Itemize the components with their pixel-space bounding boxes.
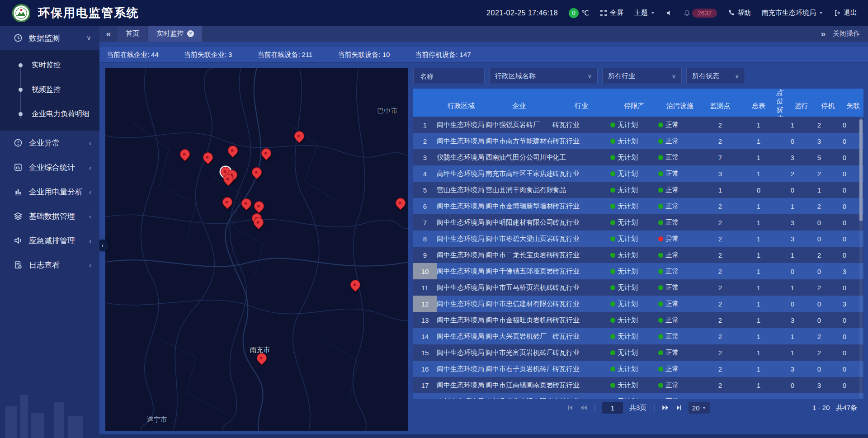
top-bar: 环保用电监管系统 2021-02-25 17:46:18 0 ℃ 全屏 主题 ▼… [0, 0, 868, 26]
page-size-select[interactable]: 20 ▼ [689, 402, 710, 414]
pagination-bar: | 1 共3页 | 20 ▼ 1 - 20 共47条 [413, 399, 863, 417]
cell-lost: 0 [832, 279, 857, 296]
map-city-label: 遂宁市 [147, 415, 167, 424]
cell-index: 2 [413, 133, 437, 149]
region-select[interactable]: 行政区域名称 ∨ [489, 68, 598, 84]
industry-select[interactable]: 所有行业 ∨ [602, 68, 682, 84]
status-select[interactable]: 所有状态 ∨ [686, 68, 745, 84]
cell-points: 2 [702, 263, 739, 279]
tab-label: 首页 [126, 29, 139, 38]
logout-button[interactable]: 退出 [834, 9, 857, 17]
sidebar-item-label: 企业用电量分析 [29, 187, 89, 197]
table-row[interactable]: 12阆中生态环境局阆中市忠信建材有限公砖瓦行业无计划正常21003 [413, 296, 863, 312]
table-row[interactable]: 1阆中生态环境局阆中强锐页岩砖厂砖瓦行业无计划正常21120 [413, 117, 863, 133]
app-logo-icon [12, 4, 31, 23]
table-row[interactable]: 3仪陇生态环境局西南油气田分公司川中化工无计划正常71350 [413, 149, 863, 165]
tabs-scroll-right-icon[interactable]: » [821, 29, 826, 39]
cell-halt: 0 [807, 231, 832, 247]
stat-label: 当前失联设备: [338, 51, 380, 58]
status-dot-icon [610, 122, 615, 127]
sidebar-subitem-label: 视频监控 [32, 85, 61, 94]
cell-region: 阆中生态环境局 [437, 296, 486, 312]
sidebar-item-1[interactable]: 企业异常‹ [0, 131, 99, 155]
table-row[interactable]: 6阆中生态环境局阆中市金博瑞新型墙材砖瓦行业无计划正常21120 [413, 198, 863, 214]
col-run: 运行 [788, 102, 816, 110]
tab-1[interactable]: 实时监控✕ [148, 26, 202, 42]
cell-run: 1 [778, 247, 807, 263]
cell-facility-status: 正常 [658, 393, 702, 399]
cell-index: 9 [413, 247, 437, 263]
sound-toggle[interactable] [666, 9, 673, 16]
tabs-scroll-left-icon[interactable]: « [99, 26, 118, 42]
close-operations-button[interactable]: 关闭操作 [833, 29, 860, 38]
clock-datetime: 2021-02-25 17:46:18 [486, 9, 558, 17]
table-row[interactable]: 11阆中生态环境局阆中市五马桥页岩机砖砖瓦行业无计划正常21120 [413, 279, 863, 296]
table-row[interactable]: 9阆中生态环境局阆中市二龙长宝页岩砖砖瓦行业无计划正常21120 [413, 247, 863, 263]
sidebar-subitem[interactable]: 企业电力负荷明细 [0, 102, 99, 126]
tab-0[interactable]: 首页 [118, 26, 147, 42]
cell-region: 阆中生态环境局 [437, 133, 486, 149]
cell-region: 阆中生态环境局 [437, 344, 486, 361]
table-row[interactable]: 5营山生态环境局营山县润丰肉食品有限食品无计划正常10010 [413, 182, 863, 198]
stat-item: 当前在线企业:44 [107, 51, 159, 59]
sidebar-item-4[interactable]: 基础数据管理‹ [0, 204, 99, 228]
table-row[interactable]: 8阆中生态环境局阆中市枣碧大梁山页岩砖瓦行业无计划异常21300 [413, 231, 863, 247]
chevron-left-icon: ‹ [89, 261, 91, 269]
table-row[interactable]: 13阆中生态环境局阆中市金福旺页岩机砖砖瓦行业无计划正常21300 [413, 312, 863, 328]
tab-bar: « 首页实时监控✕ » 关闭操作 [99, 26, 868, 42]
tab-close-icon[interactable]: ✕ [187, 30, 194, 37]
notification-area[interactable]: 2632 [684, 9, 717, 18]
cell-index: 1 [413, 117, 437, 133]
cell-industry: 砖瓦行业 [552, 247, 610, 263]
sidebar-item-3[interactable]: 企业用电量分析‹ [0, 179, 99, 204]
first-page-button[interactable] [567, 405, 574, 411]
sidebar-subitem[interactable]: 实时监控 [0, 53, 99, 77]
help-button[interactable]: 帮助 [728, 9, 751, 17]
bullet-dot-icon [19, 63, 23, 67]
table-row[interactable]: 2阆中生态环境局阆中市南方节能建材有砖瓦行业无计划正常21030 [413, 133, 863, 149]
previous-page-button[interactable] [580, 405, 588, 411]
page-number-input[interactable]: 1 [602, 402, 623, 414]
table-row[interactable]: 7阆中生态环境局阆中明阳建材有限公司砖瓦行业无计划正常21300 [413, 214, 863, 231]
cell-company: 南充市高坪区王家店建 [486, 165, 552, 182]
name-search-input[interactable] [419, 72, 479, 80]
cell-run: 0 [778, 133, 807, 149]
sidebar-submenu: 实时监控视频监控企业电力负荷明细 [0, 50, 99, 131]
sidebar-item-label: 数据监测 [29, 33, 86, 43]
stat-label: 当前失联企业: [184, 51, 226, 58]
cell-facility-status: 正常 [658, 263, 702, 279]
org-dropdown[interactable]: 南充市生态环境局 ▼ [762, 9, 823, 17]
status-dot-icon [658, 301, 663, 306]
table-row[interactable]: 15阆中生态环境局阆中市光富页岩机砖厂砖瓦行业无计划正常21120 [413, 344, 863, 361]
sidebar-item-2[interactable]: 企业综合统计‹ [0, 155, 99, 179]
table-row[interactable]: 18南部生态环境局南部县砒华水泥有限公建材行业无计划正常21120 [413, 393, 863, 399]
map-panel[interactable]: 巴中市南充市遂宁市 [105, 68, 408, 431]
stat-item: 当前失联设备:10 [338, 51, 390, 59]
tabs: 首页实时监控✕ [118, 26, 203, 42]
table-row[interactable]: 4高坪生态环境局南充市高坪区王家店建砖瓦行业无计划正常31220 [413, 165, 863, 182]
bullet-dot-icon [19, 112, 23, 116]
sidebar-subitem[interactable]: 视频监控 [0, 77, 99, 102]
theme-dropdown[interactable]: 主题 ▼ [634, 9, 655, 17]
table-row[interactable]: 16阆中生态环境局阆中市石子页岩机砖厂砖瓦行业无计划正常21300 [413, 361, 863, 377]
cell-lost: 0 [832, 312, 857, 328]
logout-label: 退出 [844, 9, 857, 17]
table-header: 行政区域 企业 行业 停限产 治污设施 监测点 总表 点位状态 运行 停机 失联 [413, 89, 863, 117]
name-search-field[interactable] [413, 68, 485, 84]
sidebar-item-5[interactable]: 应急减排管理‹ [0, 228, 99, 253]
cell-meter: 1 [739, 165, 778, 182]
table-row[interactable]: 14阆中生态环境局阆中大兴页岩机砖厂砖瓦行业无计划正常21120 [413, 328, 863, 344]
status-dot-icon [610, 155, 615, 160]
table-row[interactable]: 17阆中生态环境局阆中市江南镇阆南页岩砖瓦行业无计划正常21030 [413, 377, 863, 393]
status-select-value: 所有状态 [692, 72, 719, 80]
next-page-button[interactable] [661, 405, 669, 411]
last-page-button[interactable] [675, 405, 682, 411]
table-row[interactable]: 10阆中生态环境局阆中千佛镇五郎垭页岩砖瓦行业无计划正常21003 [413, 263, 863, 279]
table-scrollbar-thumb[interactable] [859, 119, 863, 221]
cell-region: 阆中生态环境局 [437, 279, 486, 296]
fullscreen-button[interactable]: 全屏 [600, 9, 623, 17]
page-size-value: 20 [692, 404, 700, 412]
status-dot-icon [658, 350, 663, 355]
sidebar-item-0[interactable]: 数据监测∨ [0, 26, 99, 50]
sidebar-item-6[interactable]: 日志查看‹ [0, 253, 99, 277]
